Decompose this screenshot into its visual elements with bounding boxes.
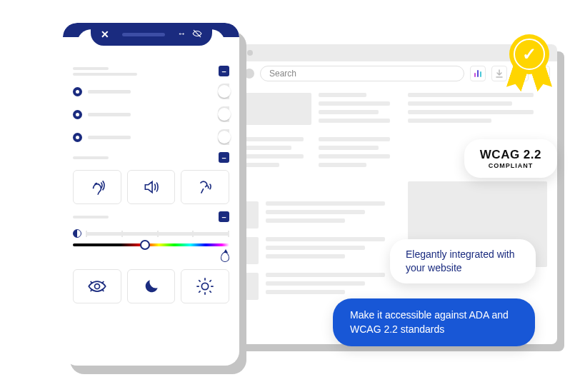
skeleton-block [231, 93, 311, 125]
svg-point-1 [94, 284, 99, 289]
section-header: – [73, 66, 229, 76]
sun-icon[interactable] [181, 269, 229, 303]
content-left-column [231, 93, 398, 308]
collapse-button[interactable]: – [219, 66, 229, 76]
option-row[interactable] [73, 106, 229, 122]
speaker-icon[interactable] [127, 170, 176, 204]
nav-forward-button[interactable] [244, 69, 254, 79]
eye-icon[interactable] [73, 269, 121, 303]
toggle-switch[interactable] [218, 106, 229, 122]
wcag-subtitle: COMPLIANT [480, 162, 541, 169]
skeleton-text [319, 93, 399, 127]
ada-badge: Make it accessible against ADA and WCAG … [333, 298, 535, 346]
saturation-icon[interactable] [221, 252, 229, 262]
close-icon[interactable]: ✕ [101, 29, 109, 40]
wcag-title: WCAG 2.2 [480, 148, 541, 162]
speaker-bar [122, 33, 165, 36]
toggle-switch[interactable] [218, 129, 229, 145]
moon-icon[interactable] [127, 269, 176, 303]
analytics-icon[interactable] [470, 66, 486, 81]
widget-header: ✕ ↔ [63, 23, 239, 57]
elegant-badge: Elegantly integrated with your website [390, 239, 536, 283]
contrast-icon [73, 229, 81, 238]
svg-point-2 [202, 283, 209, 289]
option-row[interactable] [73, 84, 229, 99]
radio-icon [73, 133, 82, 142]
option-row[interactable] [73, 129, 229, 145]
widget-body: – – – [63, 57, 239, 316]
contrast-slider[interactable] [73, 229, 229, 238]
accessibility-widget: ✕ ↔ – – [63, 23, 239, 366]
radio-icon [73, 110, 82, 119]
checkmark-icon: ✓ [522, 44, 536, 64]
hearing-icon[interactable] [73, 170, 121, 204]
option-label [88, 113, 131, 116]
radio-icon [73, 87, 82, 96]
visibility-icon[interactable] [192, 29, 202, 41]
section-header: – [73, 211, 229, 222]
search-placeholder: Search [269, 69, 296, 79]
traffic-dot [247, 50, 253, 56]
collapse-button[interactable]: – [219, 211, 229, 222]
option-label [88, 136, 131, 139]
collapse-button[interactable]: – [219, 152, 229, 163]
section-header: – [73, 152, 229, 163]
color-slider[interactable] [73, 243, 229, 246]
voice-icon[interactable] [181, 170, 229, 204]
list-item [231, 237, 398, 264]
ada-text: Make it accessible against ADA and WCAG … [350, 308, 518, 336]
list-item [231, 273, 398, 300]
list-item [231, 201, 398, 228]
toggle-switch[interactable] [218, 84, 229, 99]
award-ribbon: ✓ [504, 34, 554, 97]
resize-icon[interactable]: ↔ [178, 29, 186, 41]
elegant-text: Elegantly integrated with your website [406, 248, 520, 275]
wcag-badge: WCAG 2.2 COMPLIANT [464, 139, 557, 178]
slider-thumb[interactable] [140, 240, 150, 250]
option-label [88, 90, 131, 94]
search-input[interactable]: Search [260, 66, 464, 81]
